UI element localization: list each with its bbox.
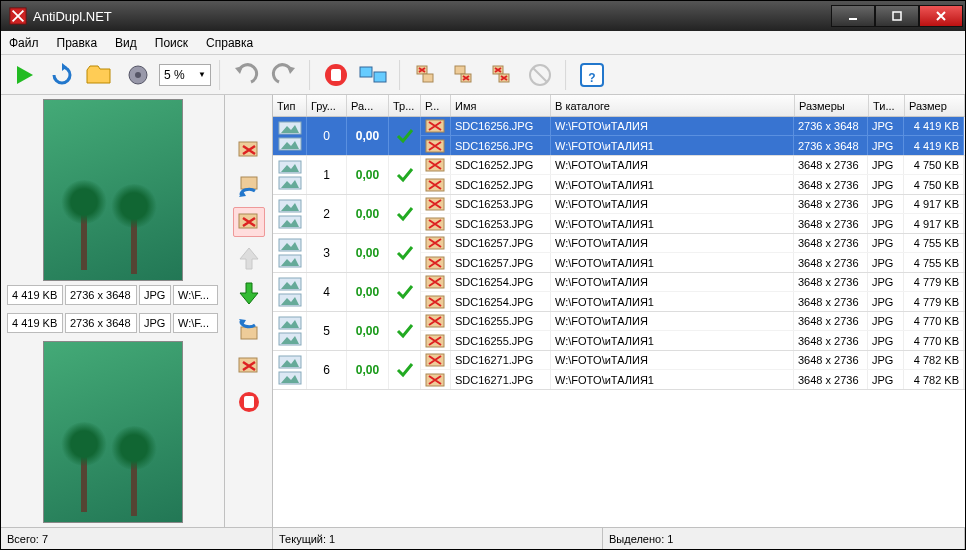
type-icon: [273, 234, 307, 272]
preview-image-top[interactable]: [43, 99, 183, 281]
menu-file[interactable]: Файл: [9, 36, 39, 50]
cell-type: JPG: [868, 253, 904, 272]
col-folder[interactable]: В каталоге: [551, 95, 795, 116]
col-diff[interactable]: Ра...: [347, 95, 389, 116]
help-button[interactable]: ?: [575, 58, 609, 92]
cell-name: SDC16256.JPG: [451, 136, 551, 155]
svg-marker-7: [235, 66, 243, 74]
undo-button[interactable]: [229, 58, 263, 92]
cell-size: 4 782 KB: [904, 351, 964, 369]
refresh-button[interactable]: [45, 58, 79, 92]
compare-button[interactable]: [357, 58, 391, 92]
svg-rect-12: [374, 72, 386, 82]
preview-image-bottom[interactable]: [43, 341, 183, 523]
cell-name: SDC16252.JPG: [451, 156, 551, 174]
close-button[interactable]: [919, 5, 963, 27]
svg-rect-14: [423, 74, 433, 82]
cell-dims: 3648 x 2736: [794, 175, 868, 194]
cell-size: 4 750 KB: [904, 156, 964, 174]
delete-first-button[interactable]: [409, 58, 443, 92]
redo-button[interactable]: [267, 58, 301, 92]
minimize-button[interactable]: [831, 5, 875, 27]
col-ftype[interactable]: Ти...: [869, 95, 905, 116]
maximize-button[interactable]: [875, 5, 919, 27]
app-icon: [9, 7, 27, 25]
statusbar: Всего: 7 Текущий: 1 Выделено: 1: [1, 527, 965, 549]
col-fsize[interactable]: Размер: [905, 95, 965, 116]
rename-first-icon[interactable]: [233, 171, 265, 201]
mistake-button[interactable]: [523, 58, 557, 92]
svg-line-20: [533, 68, 547, 82]
delete-both-icon[interactable]: [233, 207, 265, 237]
delete-second-icon[interactable]: [233, 351, 265, 381]
thumb-icon: [421, 312, 451, 330]
thumb-icon: [421, 136, 451, 155]
check-icon: [389, 195, 421, 233]
thumb-icon: [421, 117, 451, 135]
menu-help[interactable]: Справка: [206, 36, 253, 50]
cell-name: SDC16271.JPG: [451, 351, 551, 369]
menu-view[interactable]: Вид: [115, 36, 137, 50]
menu-search[interactable]: Поиск: [155, 36, 188, 50]
table-row[interactable]: 3 0,00 SDC16257.JPG W:\FOTO\иТАЛИЯ 3648 …: [273, 234, 965, 273]
settings-button[interactable]: [121, 58, 155, 92]
thumb-icon: [421, 156, 451, 174]
cell-name: SDC16252.JPG: [451, 175, 551, 194]
svg-marker-8: [287, 66, 295, 74]
cell-size: 4 779 KB: [904, 273, 964, 291]
col-group[interactable]: Гру...: [307, 95, 347, 116]
thumb-icon: [421, 195, 451, 213]
cell-diff: 0,00: [347, 156, 389, 194]
status-total: Всего: 7: [1, 528, 273, 549]
stop-button[interactable]: [319, 58, 353, 92]
row-items: SDC16256.JPG W:\FOTO\иТАЛИЯ 2736 x 3648 …: [421, 117, 965, 155]
col-r[interactable]: Р...: [421, 95, 451, 116]
titlebar[interactable]: AntiDupl.NET: [1, 1, 965, 31]
delete-second-button[interactable]: [447, 58, 481, 92]
cell-type: JPG: [868, 351, 904, 369]
cell-name: SDC16253.JPG: [451, 195, 551, 213]
col-name[interactable]: Имя: [451, 95, 551, 116]
delete-both-button[interactable]: [485, 58, 519, 92]
cell-group: 2: [307, 195, 347, 233]
row-items: SDC16252.JPG W:\FOTO\иТАЛИЯ 3648 x 2736 …: [421, 156, 965, 194]
table-row[interactable]: 0 0,00 SDC16256.JPG W:\FOTO\иТАЛИЯ 2736 …: [273, 117, 965, 156]
cell-name: SDC16255.JPG: [451, 331, 551, 350]
check-icon: [389, 273, 421, 311]
thumb-icon: [421, 234, 451, 252]
cell-type: JPG: [868, 292, 904, 311]
grid-body[interactable]: 0 0,00 SDC16256.JPG W:\FOTO\иТАЛИЯ 2736 …: [273, 117, 965, 527]
arrow-down-icon[interactable]: [233, 279, 265, 309]
check-icon: [389, 351, 421, 389]
thumb-icon: [421, 175, 451, 194]
table-row[interactable]: 1 0,00 SDC16252.JPG W:\FOTO\иТАЛИЯ 3648 …: [273, 156, 965, 195]
threshold-combo[interactable]: 5 %▼: [159, 64, 211, 86]
svg-rect-2: [893, 12, 901, 20]
table-row[interactable]: 5 0,00 SDC16255.JPG W:\FOTO\иТАЛИЯ 3648 …: [273, 312, 965, 351]
col-dims[interactable]: Размеры: [795, 95, 869, 116]
table-row[interactable]: 4 0,00 SDC16254.JPG W:\FOTO\иТАЛИЯ 3648 …: [273, 273, 965, 312]
row-items: SDC16255.JPG W:\FOTO\иТАЛИЯ 3648 x 2736 …: [421, 312, 965, 350]
col-tr[interactable]: Тр...: [389, 95, 421, 116]
cell-group: 5: [307, 312, 347, 350]
cell-diff: 0,00: [347, 117, 389, 155]
thumb-icon: [421, 370, 451, 389]
delete-first-icon[interactable]: [233, 135, 265, 165]
menu-edit[interactable]: Правка: [57, 36, 98, 50]
svg-rect-10: [331, 69, 341, 81]
arrow-up-icon[interactable]: [233, 243, 265, 273]
table-row[interactable]: 2 0,00 SDC16253.JPG W:\FOTO\иТАЛИЯ 3648 …: [273, 195, 965, 234]
svg-marker-27: [240, 248, 258, 269]
cell-size: 4 779 KB: [904, 292, 964, 311]
rename-second-icon[interactable]: [233, 315, 265, 345]
cell-type: JPG: [868, 234, 904, 252]
cell-dims: 3648 x 2736: [794, 370, 868, 389]
col-type[interactable]: Тип: [273, 95, 307, 116]
open-folder-button[interactable]: [83, 58, 117, 92]
cell-diff: 0,00: [347, 273, 389, 311]
stop-action-icon[interactable]: [233, 387, 265, 417]
thumb-icon: [421, 273, 451, 291]
table-row[interactable]: 6 0,00 SDC16271.JPG W:\FOTO\иТАЛИЯ 3648 …: [273, 351, 965, 390]
cell-folder: W:\FOTO\иТАЛИЯ: [551, 195, 794, 213]
play-button[interactable]: [7, 58, 41, 92]
